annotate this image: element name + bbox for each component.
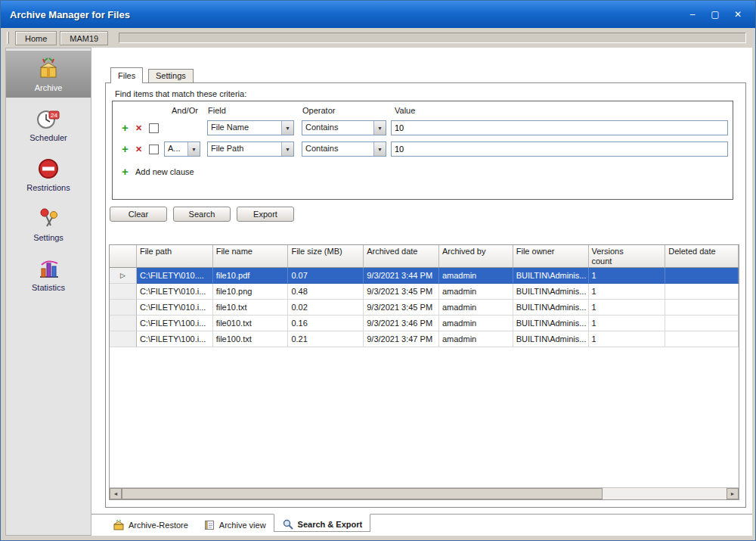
table-cell[interactable]: 0.21 [288,331,364,347]
table-cell[interactable]: 1 [589,300,666,316]
table-cell[interactable]: file10.png [213,284,289,300]
table-cell[interactable]: C:\FILETY\010.i... [137,284,213,300]
table-cell[interactable]: amadmin [439,284,513,300]
table-row[interactable]: C:\FILETY\100.i...file010.txt0.169/3/202… [110,316,739,331]
table-row[interactable]: C:\FILETY\100.i...file100.txt0.219/3/202… [110,331,739,347]
table-cell[interactable]: 1 [589,331,666,347]
clause-checkbox[interactable] [149,123,159,133]
scrollbar-thumb[interactable] [122,488,603,499]
sidebar-item-restrictions[interactable]: Restrictions [6,151,91,197]
scrollbar-track[interactable] [603,488,727,499]
operator-dropdown[interactable]: Contains ▼ [302,120,386,135]
table-cell[interactable] [665,268,739,284]
toolbar-grip[interactable] [7,32,9,44]
scroll-left-icon[interactable]: ◄ [110,488,122,499]
remove-clause-icon[interactable]: ✕ [135,145,144,154]
table-row[interactable]: ▷C:\FILETY\010....file10.pdf0.079/3/2021… [110,268,739,284]
table-cell[interactable]: 9/3/2021 3:46 PM [364,316,439,331]
table-cell[interactable]: BUILTIN\Adminis... [513,300,589,316]
grid-column-header[interactable]: File size (MB) [288,245,364,268]
tab-search-export[interactable]: Search & Export [274,514,371,532]
grid-column-header[interactable]: File path [137,245,213,268]
table-cell[interactable] [665,316,739,331]
chevron-down-icon[interactable]: ▼ [187,142,200,156]
main-content: Files Settings Find items that match the… [91,48,752,536]
scroll-right-icon[interactable]: ► [727,488,739,499]
sidebar-item-settings[interactable]: Settings [6,201,91,247]
sidebar-item-scheduler[interactable]: 24 Scheduler [6,101,91,148]
clear-button[interactable]: Clear [110,207,167,222]
table-cell[interactable]: 0.48 [288,284,364,300]
search-button[interactable]: Search [173,207,231,222]
table-cell[interactable]: C:\FILETY\100.i... [137,331,213,347]
operator-dropdown[interactable]: Contains ▼ [302,141,386,157]
table-cell[interactable]: 9/3/2021 3:45 PM [364,284,439,300]
grid-column-header[interactable]: File owner [513,245,589,268]
table-cell[interactable]: BUILTIN\Adminis... [513,284,589,300]
sidebar-item-archive[interactable]: Archive [6,51,91,98]
grid-column-header[interactable]: File name [213,245,289,268]
table-cell[interactable] [665,331,739,347]
table-row[interactable]: C:\FILETY\010.i...file10.txt0.029/3/2021… [110,300,739,316]
table-cell[interactable]: file100.txt [213,331,289,347]
chevron-down-icon[interactable]: ▼ [373,142,386,156]
sidebar-item-label: Statistics [32,283,65,292]
chevron-down-icon[interactable]: ▼ [281,121,293,135]
table-cell[interactable]: 9/3/2021 3:44 PM [364,268,439,284]
table-cell[interactable]: file10.pdf [213,268,289,284]
col-header-field: Field [208,106,226,115]
close-icon[interactable]: ✕ [731,8,745,21]
chevron-down-icon[interactable]: ▼ [373,121,386,135]
table-cell[interactable]: amadmin [439,268,513,284]
field-dropdown[interactable]: File Path ▼ [207,141,294,157]
table-cell[interactable]: amadmin [439,300,513,316]
tab-archive-restore[interactable]: Archive-Restore [105,515,196,533]
add-new-clause-link[interactable]: + Add new clause [122,166,194,177]
add-clause-icon[interactable]: + [122,123,131,133]
table-cell[interactable]: C:\FILETY\010.i... [137,300,213,316]
clause-checkbox[interactable] [149,145,159,154]
remove-clause-icon[interactable]: ✕ [135,123,144,133]
tab-settings[interactable]: Settings [148,69,194,82]
table-cell[interactable]: C:\FILETY\100.i... [137,316,213,331]
table-cell[interactable]: amadmin [439,316,513,331]
tab-archive-view[interactable]: Archive view [196,515,274,533]
chevron-down-icon[interactable]: ▼ [281,142,293,156]
table-cell[interactable]: 9/3/2021 3:47 PM [364,331,439,347]
table-cell[interactable]: 9/3/2021 3:45 PM [364,300,439,316]
value-input[interactable] [391,120,728,135]
toolbar-home-button[interactable]: Home [15,31,57,45]
add-clause-icon[interactable]: + [122,144,131,154]
grid-column-header[interactable]: Deleted date [665,245,739,268]
toolbar-server-button[interactable]: MAM19 [60,31,108,45]
table-cell[interactable]: 1 [589,316,666,331]
table-cell[interactable]: BUILTIN\Adminis... [513,268,589,284]
grid-column-header[interactable]: Versions count [589,245,666,268]
table-cell[interactable]: 1 [589,268,666,284]
table-cell[interactable]: amadmin [439,331,513,347]
grid-column-header[interactable]: Archived date [364,245,439,268]
sidebar-item-statistics[interactable]: Statistics [6,250,91,297]
andor-dropdown[interactable]: A... ▼ [164,141,200,157]
table-cell[interactable] [665,284,739,300]
value-input[interactable] [391,141,728,157]
maximize-icon[interactable]: ▢ [708,8,722,21]
row-indicator [110,284,137,300]
grid-column-header[interactable]: Archived by [439,245,513,268]
export-button[interactable]: Export [237,207,294,222]
table-cell[interactable]: 0.07 [288,268,364,284]
table-cell[interactable] [665,300,739,316]
table-cell[interactable]: file010.txt [213,316,289,331]
table-cell[interactable]: C:\FILETY\010.... [137,268,213,284]
table-cell[interactable]: BUILTIN\Adminis... [513,316,589,331]
table-cell[interactable]: BUILTIN\Adminis... [513,331,589,347]
tab-files[interactable]: Files [110,67,143,83]
minimize-icon[interactable]: – [686,8,699,21]
field-dropdown[interactable]: File Name ▼ [207,120,294,135]
table-cell[interactable]: 0.16 [288,316,364,331]
horizontal-scrollbar[interactable]: ◄ ► [110,487,739,499]
table-cell[interactable]: file10.txt [213,300,289,316]
table-cell[interactable]: 1 [589,284,666,300]
table-row[interactable]: C:\FILETY\010.i...file10.png0.489/3/2021… [110,284,739,300]
table-cell[interactable]: 0.02 [288,300,364,316]
